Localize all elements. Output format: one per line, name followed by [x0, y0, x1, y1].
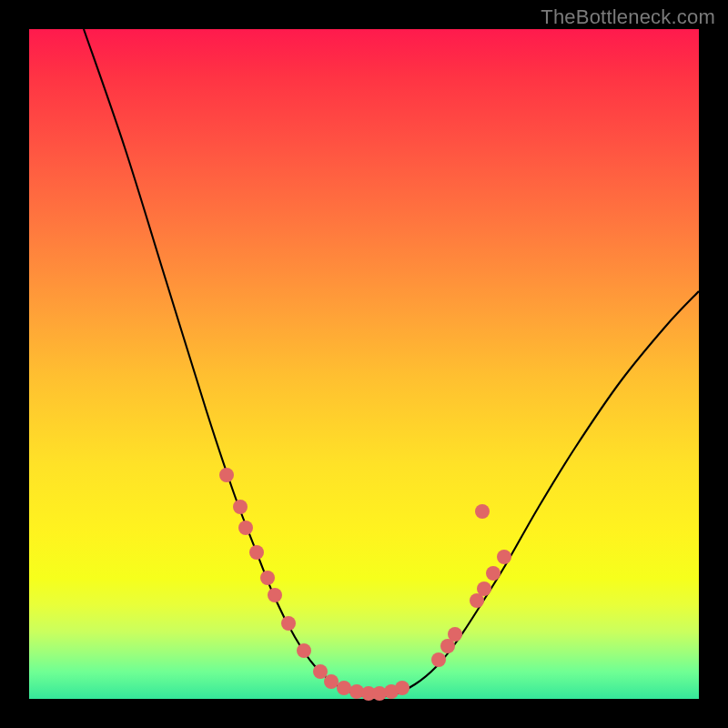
data-dot	[260, 571, 275, 585]
data-dots	[219, 468, 511, 701]
bottleneck-curve	[84, 29, 699, 697]
plot-area	[29, 29, 699, 699]
data-dot	[219, 468, 234, 482]
data-dot	[448, 627, 462, 642]
chart-frame: TheBottleneck.com	[0, 0, 728, 728]
data-dot	[395, 681, 410, 695]
data-dot	[249, 545, 264, 560]
data-dot	[475, 504, 490, 519]
data-dot	[281, 616, 296, 631]
data-dot	[233, 500, 248, 514]
data-dot	[297, 643, 311, 658]
data-dot	[477, 581, 491, 596]
data-dot	[497, 550, 511, 564]
watermark-text: TheBottleneck.com	[541, 5, 715, 29]
data-dot	[313, 664, 328, 679]
data-dot	[324, 674, 339, 689]
data-dot	[486, 566, 500, 581]
data-dot	[238, 521, 253, 535]
curve-layer	[29, 29, 699, 699]
data-dot	[431, 652, 446, 667]
data-dot	[337, 681, 351, 695]
data-dot	[268, 588, 282, 602]
